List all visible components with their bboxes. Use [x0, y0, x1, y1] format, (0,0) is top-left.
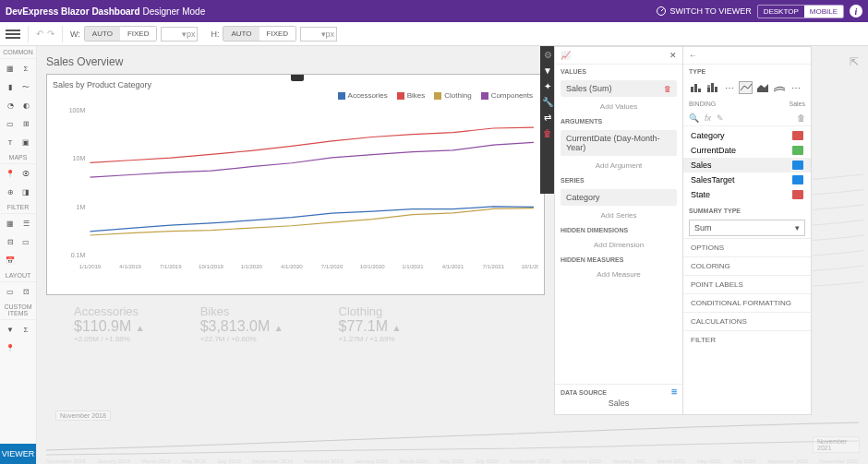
toolbox-group-icon[interactable]: ▭ — [4, 285, 17, 298]
svg-rect-18 — [694, 84, 697, 92]
area-icon[interactable] — [755, 81, 769, 94]
toolbox-list-icon[interactable]: ☰ — [19, 217, 32, 230]
toolbox-tree-icon[interactable]: ⊞ — [19, 117, 32, 130]
convert-icon[interactable]: ⇄ — [540, 113, 555, 123]
values-item[interactable]: Sales (Sum)🗑 — [561, 80, 677, 97]
summary-select[interactable]: Sum▾ — [689, 220, 805, 236]
interact-icon[interactable]: ✦ — [540, 81, 555, 91]
toolbox-gauge-icon[interactable]: ◐ — [19, 99, 32, 112]
field-sales[interactable]: Sales — [683, 158, 811, 173]
toolbox-bubble-icon[interactable]: ⦿ — [19, 167, 32, 180]
legend-item[interactable]: Clothing — [434, 91, 471, 100]
search-icon[interactable]: 🔍 — [689, 113, 699, 123]
add-values-button[interactable]: Add Values — [555, 99, 682, 114]
toolbox-sigma-icon[interactable]: Σ — [19, 323, 32, 336]
edit-icon[interactable]: ✎ — [717, 113, 724, 123]
range-icon[interactable] — [772, 81, 786, 94]
field-currentdate[interactable]: CurrentDate — [683, 143, 811, 158]
toolbox-bar-icon[interactable]: ▮ — [4, 80, 17, 93]
line-icon[interactable] — [739, 81, 753, 94]
legend-item[interactable]: Accessories — [338, 91, 388, 100]
kpi-card[interactable]: Accessories$110.9M ▲+2.05M / +1.88% — [74, 304, 145, 343]
section-options[interactable]: OPTIONS — [683, 238, 811, 256]
stacked-bar-icon[interactable] — [705, 81, 719, 94]
svg-rect-23 — [715, 87, 717, 92]
desktop-toggle[interactable]: DESKTOP — [758, 6, 804, 18]
toolbox-sigma-icon[interactable]: Σ — [19, 62, 32, 75]
fx-icon[interactable]: fx — [705, 113, 711, 123]
datasource-icon[interactable]: ☰ — [671, 388, 677, 396]
toolbox-grid-icon[interactable]: ▦ — [4, 62, 17, 75]
width-input[interactable]: ▾ px — [161, 27, 198, 42]
chart-type-icons: ⋯ ⋯ — [683, 78, 811, 97]
data-panel: 📈 ✕ VALUES Sales (Sum)🗑 Add Values ARGUM… — [554, 46, 683, 415]
section-coloring[interactable]: COLORING — [683, 256, 811, 275]
field-salestarget[interactable]: SalesTarget — [683, 173, 811, 187]
remove-icon[interactable]: 🗑 — [664, 85, 671, 93]
add-dimension-button[interactable]: Add Dimension — [555, 237, 682, 253]
point-icon[interactable]: ⋯ — [722, 81, 736, 94]
add-argument-button[interactable]: Add Argument — [555, 158, 682, 173]
toolbox-marker-icon[interactable]: 📍 — [4, 341, 17, 354]
chart-type-icon[interactable]: 📈 — [561, 51, 571, 60]
field-state[interactable]: State — [683, 187, 811, 202]
toolbox-tab-icon[interactable]: ⊡ — [19, 285, 32, 298]
kpi-card[interactable]: Clothing$77.1M ▲+1.27M / +1.69% — [339, 304, 402, 343]
add-series-button[interactable]: Add Series — [555, 208, 682, 223]
clear-icon[interactable]: 🗑 — [797, 113, 805, 123]
bar-icon[interactable] — [689, 81, 703, 94]
section-calculations[interactable]: CALCULATIONS — [683, 312, 811, 330]
delete-icon[interactable]: 🗑 — [540, 128, 555, 138]
toolbox-globe-icon[interactable]: ⊕ — [4, 185, 17, 198]
width-mode-toggle[interactable]: AUTOFIXED — [84, 26, 158, 42]
app-title: DevExpress Blazor Dashboard Designer Mod… — [6, 6, 205, 17]
legend-item[interactable]: Bikes — [397, 91, 426, 100]
device-toggle[interactable]: DESKTOP MOBILE — [757, 5, 844, 18]
kpi-card[interactable]: Bikes$3,813.0M ▲+22.7M / +0.60% — [200, 304, 283, 343]
export-icon[interactable]: ⇱ — [850, 55, 859, 68]
close-icon[interactable]: ✕ — [669, 51, 677, 60]
toolbox-funnel-icon[interactable]: ▼ — [4, 323, 17, 336]
toolbox-geo-icon[interactable]: ◨ — [19, 185, 32, 198]
toolbox-card-icon[interactable]: ▭ — [4, 117, 17, 130]
hamburger-button[interactable] — [6, 30, 20, 39]
toolbox-line-icon[interactable]: 〜 — [19, 80, 32, 93]
field-category[interactable]: Category — [683, 128, 811, 143]
toolbox-cal-icon[interactable]: 📅 — [4, 254, 17, 267]
wrench-icon[interactable]: 🔧 — [540, 97, 555, 107]
toolbox-date-icon[interactable]: ▦ — [4, 217, 17, 230]
undo-button[interactable]: ↶ — [36, 29, 43, 39]
section-filter[interactable]: FILTER — [683, 330, 811, 349]
toolbox-pie-icon[interactable]: ◔ — [4, 99, 17, 112]
toolbox-tree2-icon[interactable]: ⊟ — [4, 235, 17, 248]
app-header: DevExpress Blazor Dashboard Designer Mod… — [0, 0, 868, 22]
mobile-toggle[interactable]: MOBILE — [804, 6, 843, 18]
redo-button[interactable]: ↷ — [47, 29, 54, 39]
add-measure-button[interactable]: Add Measure — [555, 267, 682, 282]
settings-icon[interactable]: ⚙ — [540, 50, 555, 60]
drag-handle[interactable] — [291, 75, 304, 81]
section-point-labels[interactable]: POINT LABELS — [683, 275, 811, 293]
legend-item[interactable]: Components — [481, 91, 533, 100]
section-conditional-formatting[interactable]: CONDITIONAL FORMATTING — [683, 293, 811, 312]
more-icon[interactable]: ⋯ — [789, 81, 802, 94]
info-icon[interactable]: i — [850, 5, 862, 18]
back-icon[interactable]: ← — [689, 51, 697, 60]
switch-to-viewer-button[interactable]: SWITCH TO VIEWER — [656, 6, 752, 17]
height-input[interactable]: ▾ px — [300, 27, 337, 42]
range-spark[interactable]: November 2018 November 2018January 2019M… — [46, 409, 859, 464]
filter-icon[interactable]: ▼ — [540, 65, 555, 76]
svg-text:4/1/2021: 4/1/2021 — [442, 264, 464, 269]
height-mode-toggle[interactable]: AUTOFIXED — [223, 26, 296, 42]
toolbox-text-icon[interactable]: T — [4, 136, 17, 149]
toolbox-image-icon[interactable]: ▣ — [19, 136, 32, 149]
chart-widget[interactable]: Sales by Product Category AccessoriesBik… — [46, 74, 545, 295]
series-item[interactable]: Category — [561, 189, 677, 206]
toolbox-pin-icon[interactable]: 📍 — [4, 167, 17, 180]
svg-rect-19 — [698, 89, 701, 92]
datasource-value[interactable]: Sales — [561, 396, 677, 410]
width-label: W: — [70, 30, 80, 39]
arguments-item[interactable]: CurrentDate (Day-Month-Year) — [561, 130, 677, 156]
toolbox-combo-icon[interactable]: ▭ — [19, 235, 32, 248]
viewer-button[interactable]: VIEWER — [0, 444, 36, 464]
